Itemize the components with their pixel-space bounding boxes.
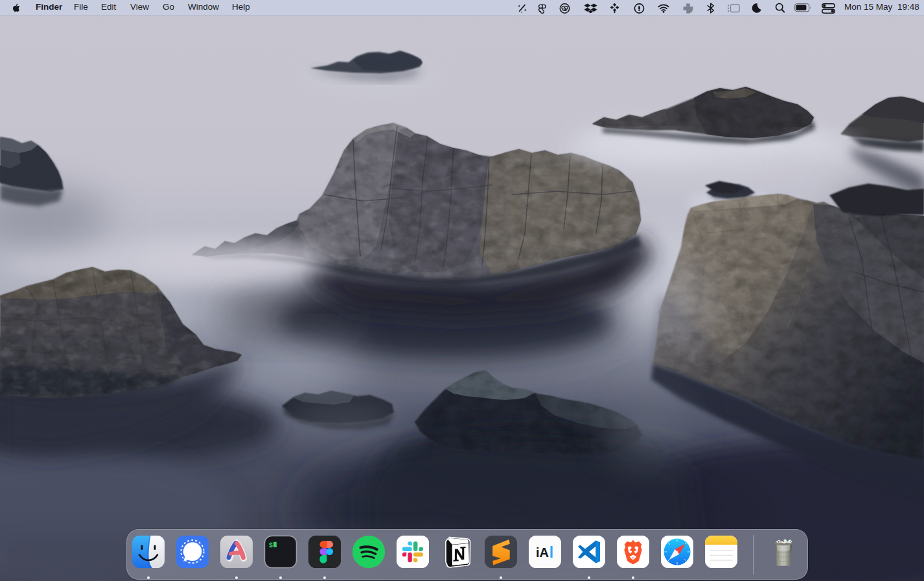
svg-text:iA: iA	[536, 545, 549, 560]
svg-text:$: $	[269, 542, 273, 549]
